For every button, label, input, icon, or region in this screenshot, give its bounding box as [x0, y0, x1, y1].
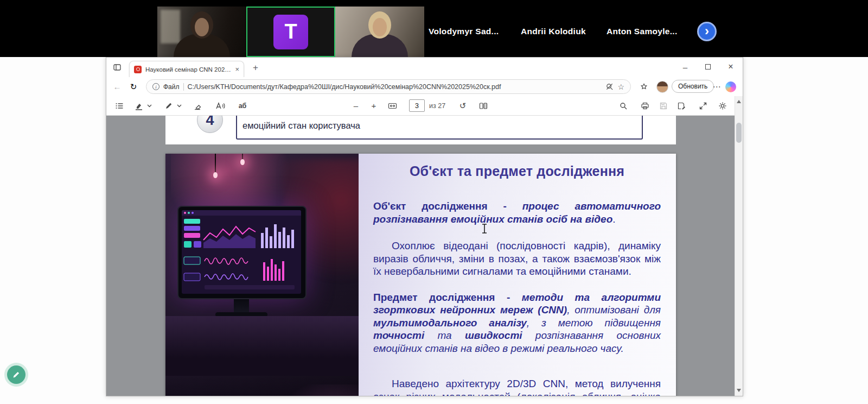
profile-avatar[interactable] — [656, 81, 668, 93]
participant-name-2: Andrii Kolodiuk — [521, 27, 586, 36]
back-icon[interactable]: ← — [110, 77, 125, 96]
avatar-letter: T — [273, 15, 308, 49]
eraser-icon[interactable] — [191, 96, 204, 115]
scroll-up-icon[interactable] — [737, 100, 741, 103]
pen-icon[interactable] — [162, 96, 175, 115]
desk-surface — [165, 316, 359, 376]
meeting-video-strip: T Volodymyr Sad... Andrii Kolodiuk Anton… — [0, 0, 868, 57]
tab-close-icon[interactable]: × — [235, 65, 239, 73]
window-minimize-button[interactable]: – — [674, 58, 696, 76]
text-run: , оптимізовані для — [567, 304, 661, 315]
bookmark-star-icon[interactable]: ☆ — [617, 83, 624, 91]
scroll-down-icon[interactable] — [737, 389, 741, 392]
browser-menu-icon[interactable]: ⋯ — [710, 77, 724, 96]
fit-width-icon[interactable] — [386, 96, 399, 115]
window-maximize-button[interactable] — [697, 58, 719, 76]
participant-video-1[interactable] — [157, 7, 246, 57]
file-scheme-label: Файл — [163, 83, 180, 91]
text-run: мультимодального аналізу — [373, 317, 527, 329]
previous-slide-partial: 4 емоційний стан користувача — [165, 116, 676, 144]
person-face — [195, 18, 209, 36]
monitor-stand — [234, 299, 249, 313]
save-as-icon[interactable] — [675, 96, 688, 115]
slide-number-badge: 4 — [197, 116, 223, 133]
fullscreen-icon[interactable] — [697, 96, 710, 115]
browser-address-bar: ← ↻ i Файл C:/Users/KTH/Documents/дут/Ка… — [106, 77, 743, 96]
text-run: Об'єкт дослідження - — [373, 200, 522, 212]
read-aloud-icon[interactable] — [213, 96, 228, 115]
address-divider — [183, 83, 184, 91]
pencil-icon — [12, 370, 21, 379]
pen-dropdown-icon[interactable] — [175, 96, 183, 115]
favorites-icon[interactable] — [637, 77, 651, 96]
page-view-icon[interactable] — [477, 96, 490, 115]
copilot-icon[interactable] — [725, 81, 736, 92]
print-icon[interactable] — [639, 96, 652, 115]
refresh-icon[interactable]: ↻ — [126, 77, 141, 96]
person-face — [373, 18, 387, 36]
address-field[interactable]: i Файл C:/Users/KTH/Documents/дут/Кафедр… — [146, 79, 631, 94]
slide-paragraph-3: Предмет дослідження - методи та алгоритм… — [373, 291, 661, 355]
pdf-toolbar: аб – + 3 из 27 ↺ — [106, 96, 743, 116]
annotate-pencil-button[interactable] — [7, 365, 25, 384]
participant-tile-active[interactable]: T — [246, 7, 335, 57]
settings-gear-icon[interactable] — [716, 96, 729, 115]
text-run: та — [424, 330, 465, 341]
current-slide: Об'єкт та предмет дослідження Об'єкт дос… — [165, 154, 676, 396]
browser-window: Науковий семінар CNN 2025 ск × + – × ← ↻… — [106, 57, 743, 396]
window-close-button[interactable]: × — [720, 58, 742, 76]
page-info-icon[interactable]: i — [152, 83, 159, 90]
next-participants-button[interactable]: › — [697, 22, 717, 41]
slide-text-area: Об'єкт та предмет дослідження Об'єкт дос… — [359, 154, 676, 396]
tab-layout-icon[interactable] — [113, 63, 122, 74]
rotate-icon[interactable]: ↺ — [456, 96, 469, 115]
lamp-wire — [215, 154, 216, 173]
slide-paragraph-2: Охоплює відеодані (послідовності кадрів)… — [373, 239, 661, 278]
shared-desktop: Науковий семінар CNN 2025 ск × + – × ← ↻… — [0, 57, 868, 404]
lamp-bulb — [213, 172, 218, 178]
translate-icon[interactable]: аб — [235, 96, 250, 115]
slide-photo — [165, 154, 359, 396]
slide-paragraph-1: Об'єкт дослідження - процес автоматичног… — [373, 200, 661, 225]
lamp-bulb — [240, 159, 245, 165]
text-run: , з метою підвищення — [527, 317, 661, 329]
webcam-window-light — [161, 10, 180, 43]
pdf-favicon — [134, 66, 142, 73]
pink-light-glow — [247, 384, 359, 396]
participant-video-2[interactable] — [335, 7, 424, 57]
page-count-label: из 27 — [429, 96, 445, 115]
zoom-out-icon[interactable]: – — [349, 96, 362, 115]
text-run: точності — [373, 330, 424, 341]
new-tab-button[interactable]: + — [250, 62, 261, 74]
zoom-in-icon[interactable]: + — [367, 96, 380, 115]
pdf-content-area[interactable]: 4 емоційний стан користувача — [106, 116, 735, 396]
slide-title: Об'єкт та предмет дослідження — [373, 163, 661, 179]
highlighter-icon[interactable] — [132, 96, 145, 115]
tab-title: Науковий семінар CNN 2025 ск — [145, 66, 231, 73]
text-run: . — [612, 213, 615, 225]
dashboard-screen-graphic — [182, 210, 301, 294]
slide-paragraph-4: Наведено архітектуру 2D/3D CNN, метод ви… — [373, 377, 661, 396]
screen: T Volodymyr Sad... Andrii Kolodiuk Anton… — [0, 0, 868, 404]
partial-slide-text: емоційний стан користувача — [242, 121, 360, 131]
browser-tab[interactable]: Науковий семінар CNN 2025 ск × — [129, 61, 244, 77]
text-run: Предмет дослідження - — [373, 292, 522, 303]
page-number-input[interactable]: 3 — [409, 99, 425, 112]
participant-name-1: Volodymyr Sad... — [429, 27, 499, 36]
toc-menu-icon[interactable] — [113, 96, 126, 115]
text-run: швидкості — [465, 330, 522, 341]
scrollbar-thumb[interactable] — [736, 123, 742, 143]
pdf-scrollbar[interactable] — [735, 96, 743, 396]
highlighter-dropdown-icon[interactable] — [145, 96, 153, 115]
search-sidebar-icon[interactable] — [605, 83, 614, 91]
search-icon[interactable] — [617, 96, 630, 115]
chevron-right-icon: › — [705, 24, 709, 37]
save-icon[interactable] — [657, 96, 670, 115]
update-button[interactable]: Обновить — [672, 80, 714, 93]
address-url: C:/Users/KTH/Documents/дут/Кафедра%20ШІ/… — [188, 83, 602, 91]
browser-titlebar: Науковий семінар CNN 2025 ск × + – × — [106, 58, 743, 77]
monitor-graphic — [177, 206, 307, 299]
participant-name-3: Anton Samoyle... — [607, 27, 678, 36]
